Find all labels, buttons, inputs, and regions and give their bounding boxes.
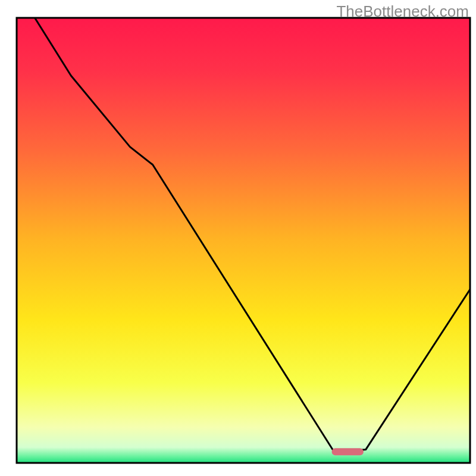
gradient-background [17,18,470,463]
heatmap-plot [0,0,476,476]
optimal-range-marker [332,448,364,455]
watermark-text: TheBottleneck.com [336,2,469,21]
chart-stage: TheBottleneck.com [0,0,476,476]
